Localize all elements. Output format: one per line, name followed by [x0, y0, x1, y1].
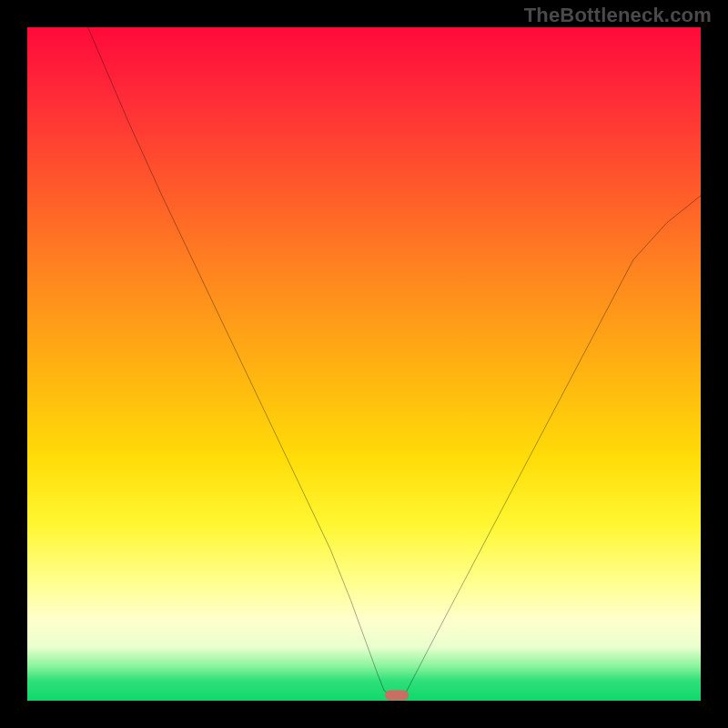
curve-svg	[27, 27, 701, 701]
minimum-marker	[385, 691, 409, 701]
chart-frame: TheBottleneck.com	[0, 0, 728, 728]
plot-area	[27, 27, 701, 701]
watermark-text: TheBottleneck.com	[524, 4, 712, 27]
curve-path	[88, 27, 701, 695]
